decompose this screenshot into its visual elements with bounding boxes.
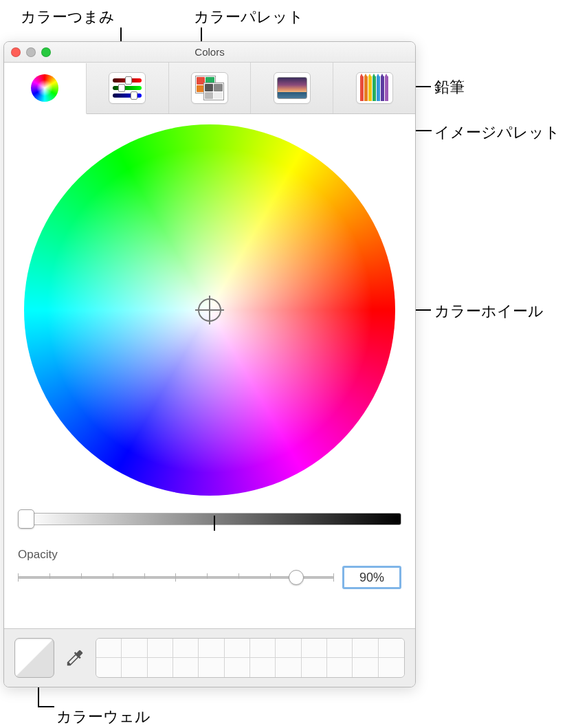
swatch[interactable] [302, 639, 327, 658]
callout-image-palettes: イメージパレット [434, 122, 560, 143]
opacity-section: Opacity [18, 548, 401, 589]
opacity-label: Opacity [18, 548, 401, 562]
swatch[interactable] [199, 639, 224, 658]
color-wheel-icon [31, 74, 58, 102]
swatch[interactable] [173, 639, 199, 658]
callout-color-wheel: カラーホイール [434, 301, 544, 322]
color-well[interactable] [14, 638, 54, 678]
callout-color-palettes: カラーパレット [194, 7, 304, 27]
callout-line [38, 706, 54, 707]
opacity-input[interactable] [342, 566, 401, 589]
swatch[interactable] [225, 639, 250, 658]
swatch[interactable] [353, 658, 378, 677]
sliders-icon [113, 78, 142, 98]
swatch[interactable] [276, 658, 301, 677]
titlebar: Colors [4, 42, 415, 63]
swatch[interactable] [276, 639, 301, 658]
color-palettes-tab[interactable] [169, 63, 252, 113]
color-wheel[interactable] [24, 124, 395, 496]
window-title: Colors [194, 46, 224, 58]
callout-color-sliders: カラーつまみ [21, 7, 115, 27]
swatch[interactable] [353, 639, 378, 658]
swatch[interactable] [379, 658, 404, 677]
swatch[interactable] [122, 658, 147, 677]
swatch[interactable] [302, 658, 327, 677]
swatch[interactable] [250, 639, 276, 658]
swatch[interactable] [199, 658, 224, 677]
callout-pencils: 鉛筆 [434, 77, 465, 98]
swatch-grid [96, 638, 405, 678]
swatch[interactable] [379, 639, 404, 658]
close-button[interactable] [11, 47, 21, 57]
color-wheel-reticle[interactable] [198, 298, 221, 322]
color-sliders-tab[interactable] [87, 63, 169, 113]
brightness-slider[interactable] [18, 509, 401, 529]
pencils-tab[interactable] [333, 63, 415, 113]
brightness-knob[interactable] [18, 509, 34, 529]
eyedropper-icon[interactable] [65, 648, 85, 668]
callout-color-well: カラーウェル [56, 707, 151, 727]
swatch[interactable] [96, 639, 122, 658]
brightness-track [26, 513, 401, 525]
swatch[interactable] [327, 658, 353, 677]
main-area: Opacity [4, 114, 415, 628]
palette-icon [195, 76, 224, 100]
zoom-button[interactable] [41, 47, 51, 57]
opacity-knob[interactable] [289, 570, 304, 585]
brightness-tick [214, 516, 215, 531]
colors-window: Colors [3, 41, 416, 687]
swatch[interactable] [148, 658, 173, 677]
image-palette-icon [277, 77, 307, 99]
swatch[interactable] [122, 639, 147, 658]
traffic-lights [11, 47, 51, 57]
image-palettes-tab[interactable] [251, 63, 333, 113]
swatch[interactable] [327, 639, 353, 658]
swatch[interactable] [250, 658, 276, 677]
swatch[interactable] [96, 658, 122, 677]
minimize-button[interactable] [26, 47, 36, 57]
color-wheel-tab[interactable] [4, 63, 87, 114]
bottom-bar [4, 628, 415, 687]
opacity-slider[interactable] [18, 568, 334, 587]
swatch[interactable] [173, 658, 199, 677]
swatch[interactable] [225, 658, 250, 677]
pencils-icon [360, 75, 388, 101]
swatch[interactable] [148, 639, 173, 658]
toolbar [4, 63, 415, 114]
